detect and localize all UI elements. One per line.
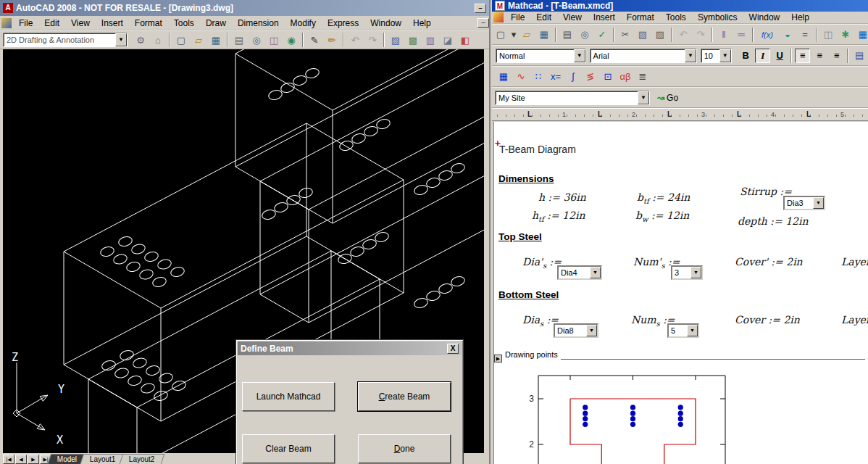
undo-icon[interactable]: ↶ bbox=[347, 33, 363, 47]
undo-icon[interactable]: ↶ bbox=[675, 28, 691, 42]
programming-palette-icon[interactable]: ⊡ bbox=[600, 70, 616, 84]
menu-window[interactable]: Window bbox=[364, 17, 407, 30]
workspace-switch-icon[interactable]: ⌂ bbox=[150, 33, 166, 47]
symbolic-palette-icon[interactable]: ≣ bbox=[635, 70, 651, 84]
workspace-combo-arrow-icon[interactable]: ▼ bbox=[115, 33, 127, 46]
sheet-set-manager-icon[interactable]: ▨ bbox=[388, 33, 404, 47]
menu-view[interactable]: View bbox=[557, 11, 588, 24]
save-icon[interactable]: ▦ bbox=[536, 28, 552, 42]
math-region[interactable]: Cover := 2in bbox=[735, 314, 800, 326]
xref-icon[interactable]: ◧ bbox=[457, 33, 473, 47]
save-icon[interactable]: ▦ bbox=[208, 33, 224, 47]
ruler-tab-marker[interactable]: L bbox=[737, 110, 741, 118]
align-right-button[interactable]: ≡ bbox=[829, 49, 845, 63]
menu-format[interactable]: Format bbox=[621, 11, 660, 24]
tab-layout1[interactable]: Layout1 bbox=[80, 454, 125, 464]
style-select[interactable]: Normal ▼ bbox=[496, 49, 586, 63]
bold-button[interactable]: B bbox=[738, 49, 754, 63]
layer-properties-icon[interactable]: ▥ bbox=[422, 33, 438, 47]
ruler-tab-marker[interactable]: L bbox=[527, 110, 532, 118]
bottom-dia-select[interactable]: Dia8▼ bbox=[554, 323, 598, 338]
hyperlink-icon[interactable]: ◫ bbox=[820, 28, 836, 42]
dropdown-arrow-icon[interactable]: ▼ bbox=[586, 325, 597, 336]
open-icon[interactable]: ▱ bbox=[191, 33, 206, 47]
menu-dimension[interactable]: Dimension bbox=[232, 17, 285, 30]
font-select-arrow-icon[interactable]: ▼ bbox=[685, 49, 696, 62]
cut-icon[interactable]: ✂ bbox=[617, 28, 633, 42]
open-icon[interactable]: ▱ bbox=[519, 28, 535, 42]
top-num-select[interactable]: 3▼ bbox=[671, 265, 703, 280]
go-button[interactable]: ↝ Go bbox=[657, 93, 678, 103]
math-region[interactable]: htf := 12in bbox=[532, 210, 585, 223]
align-left-button[interactable]: ≡ bbox=[795, 49, 811, 63]
style-select-arrow-icon[interactable]: ▼ bbox=[574, 49, 585, 62]
dropdown-arrow-icon[interactable]: ▼ bbox=[813, 197, 824, 209]
tab-layout2[interactable]: Layout2 bbox=[120, 454, 164, 464]
tab-nav-1[interactable]: ◀ bbox=[15, 455, 27, 464]
spell-check-icon[interactable]: ✓ bbox=[594, 28, 610, 42]
math-region[interactable]: depth := 12in bbox=[738, 215, 809, 227]
underline-button[interactable]: U bbox=[772, 49, 788, 63]
math-region[interactable]: Cover' := 2in bbox=[735, 256, 803, 268]
create-beam-button[interactable]: Create Beam bbox=[358, 382, 451, 411]
top-dia-select[interactable]: Dia4▼ bbox=[557, 265, 602, 280]
menu-tools[interactable]: Tools bbox=[168, 17, 200, 30]
italic-button[interactable]: I bbox=[755, 49, 771, 63]
menu-edit[interactable]: Edit bbox=[38, 17, 65, 30]
publish-icon[interactable]: ◫ bbox=[266, 33, 282, 47]
tab-nav-2[interactable]: ▶ bbox=[28, 455, 39, 464]
menu-symbolics[interactable]: Symbolics bbox=[692, 11, 743, 24]
menu-express[interactable]: Express bbox=[322, 17, 364, 30]
expand-icon[interactable]: ▶ bbox=[494, 355, 502, 362]
resources-combo-arrow-icon[interactable]: ▼ bbox=[638, 91, 649, 104]
define-beam-titlebar[interactable]: Define Beam X bbox=[238, 341, 462, 355]
size-select-arrow-icon[interactable]: ▼ bbox=[719, 49, 731, 62]
qnew-icon[interactable]: ▢ bbox=[173, 33, 189, 47]
menu-insert[interactable]: Insert bbox=[96, 17, 129, 30]
section-heading[interactable]: Dimensions bbox=[498, 173, 554, 184]
align-down-icon[interactable]: ═ bbox=[733, 28, 749, 42]
math-region[interactable]: Layers bbox=[841, 256, 868, 268]
clear-beam-button[interactable]: Clear Beam bbox=[242, 434, 335, 463]
greek-palette-icon[interactable]: αβ bbox=[617, 70, 633, 84]
math-region[interactable]: bw := 12in bbox=[635, 210, 689, 223]
menu-help[interactable]: Help bbox=[785, 11, 815, 24]
evaluation-palette-icon[interactable]: x= bbox=[548, 70, 564, 84]
pencil-icon[interactable]: ✎ bbox=[306, 33, 322, 47]
layer-states-icon[interactable]: ◪ bbox=[440, 33, 456, 47]
menu-window[interactable]: Window bbox=[743, 11, 786, 24]
autocad-doc-restore-button[interactable]: – bbox=[477, 18, 489, 28]
autocad-titlebar[interactable]: A AutoCAD 2008 - NOT FOR RESALE - [Drawi… bbox=[0, 0, 489, 16]
resources-combo[interactable]: My Site ▼ bbox=[495, 91, 650, 105]
copy-icon[interactable]: ▧ bbox=[635, 28, 651, 42]
match-properties-icon[interactable]: ✏ bbox=[324, 33, 340, 47]
new-dropdown-icon[interactable]: ▾ bbox=[510, 28, 517, 42]
3d-dwf-icon[interactable]: ◉ bbox=[283, 33, 299, 47]
tab-nav-0[interactable]: |◀ bbox=[3, 455, 14, 464]
calculate-icon[interactable]: = bbox=[797, 28, 813, 42]
ruler-tab-marker[interactable]: L bbox=[667, 110, 672, 118]
done-button[interactable]: Done bbox=[358, 434, 451, 463]
math-region[interactable]: Dia's := bbox=[522, 256, 562, 270]
dialog-close-icon[interactable]: X bbox=[447, 344, 459, 354]
dropdown-arrow-icon[interactable]: ▼ bbox=[687, 325, 698, 336]
menu-view[interactable]: View bbox=[65, 17, 96, 30]
drawing-points-plot[interactable]: 23 bbox=[524, 370, 764, 464]
print-icon[interactable]: ▤ bbox=[559, 28, 575, 42]
math-region[interactable]: h := 36in bbox=[538, 191, 586, 203]
menu-format[interactable]: Format bbox=[129, 17, 168, 30]
quickcalc-icon[interactable]: ▩ bbox=[405, 33, 421, 47]
plot-icon[interactable]: ▤ bbox=[231, 33, 247, 47]
math-region[interactable]: btf := 24in bbox=[637, 191, 690, 205]
workspace-combo[interactable]: 2D Drafting & Annotation ▼ bbox=[3, 33, 128, 47]
calculus-palette-icon[interactable]: ∫ bbox=[565, 70, 581, 84]
new-icon[interactable]: ▢ bbox=[493, 28, 509, 42]
menu-tools[interactable]: Tools bbox=[660, 11, 692, 24]
menu-insert[interactable]: Insert bbox=[588, 11, 621, 24]
mathcad-worksheet[interactable]: 23 +T-Beam DiagramDimensionsh := 36inhtf… bbox=[493, 122, 868, 464]
matrix-palette-icon[interactable]: ∷ bbox=[530, 70, 546, 84]
worksheet-title[interactable]: T-Beam Diagram bbox=[499, 144, 576, 155]
menu-help[interactable]: Help bbox=[407, 17, 437, 30]
insert-table-icon[interactable]: ▦ bbox=[855, 28, 868, 42]
ruler-tab-marker[interactable]: L bbox=[806, 110, 811, 118]
